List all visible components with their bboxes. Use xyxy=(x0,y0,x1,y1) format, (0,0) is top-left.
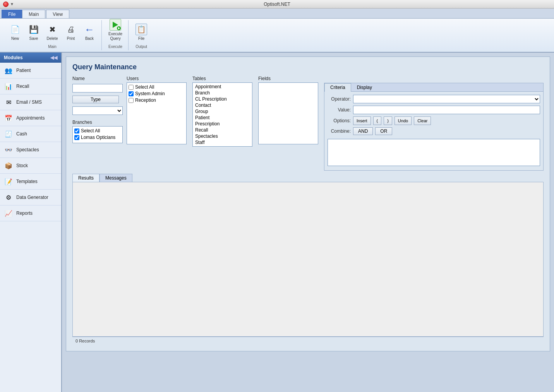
open-paren-button[interactable]: ( xyxy=(373,116,382,125)
or-button[interactable]: OR xyxy=(375,127,392,135)
execute-icon xyxy=(109,19,122,31)
ribbon-group-output: 📋 File Output xyxy=(129,20,153,50)
users-label: Users xyxy=(127,76,189,81)
sidebar-reports-label: Reports xyxy=(16,211,33,216)
sidebar-stock-label: Stock xyxy=(16,163,28,168)
type-button[interactable]: Type xyxy=(72,96,119,103)
criteria-tab-bar: Criteria Display xyxy=(324,83,543,92)
criteria-section: Criteria Display Operator: Val xyxy=(324,76,544,171)
ribbon-toolbar: 📄 New 💾 Save ✖ Delete 🖨 Print ← Back Mai… xyxy=(0,19,554,53)
user-select-all-checkbox[interactable] xyxy=(129,85,134,90)
sidebar-item-reports[interactable]: 📈 Reports xyxy=(0,205,61,221)
cash-icon: 🧾 xyxy=(4,129,13,139)
sidebar-collapse-button[interactable]: ◀◀ xyxy=(50,55,57,60)
close-paren-button[interactable]: ) xyxy=(384,116,392,125)
new-label: New xyxy=(11,36,19,41)
app-body: Modules ◀◀ 👥 Patient 📊 Recall ✉ Email / … xyxy=(0,53,554,392)
results-body xyxy=(72,182,544,337)
spectacles-icon: 👓 xyxy=(4,145,13,154)
print-label: Print xyxy=(67,36,75,41)
and-button[interactable]: AND xyxy=(353,127,373,135)
undo-button[interactable]: Undo xyxy=(394,116,412,125)
tables-list: Appointment Branch CL Prescription Conta… xyxy=(194,84,251,146)
back-icon: ← xyxy=(83,23,96,36)
operator-select[interactable] xyxy=(353,95,540,103)
clear-button[interactable]: Clear xyxy=(414,116,431,125)
sidebar-item-data-generator[interactable]: ⚙ Data Generator xyxy=(0,190,61,205)
table-item[interactable]: Appointment xyxy=(194,84,251,90)
table-item[interactable]: Branch xyxy=(194,90,251,96)
type-dropdown[interactable] xyxy=(72,106,123,115)
sidebar-templates-label: Templates xyxy=(16,179,38,184)
table-item[interactable]: CL Prescription xyxy=(194,96,251,102)
table-item[interactable]: Patient xyxy=(194,115,251,121)
back-button[interactable]: ← Back xyxy=(81,21,98,43)
user-system-admin-label: System Admin xyxy=(135,91,165,96)
window-close-button[interactable] xyxy=(3,2,9,7)
ribbon-output-buttons: 📋 File xyxy=(132,21,150,43)
ribbon-group-main: 📄 New 💾 Save ✖ Delete 🖨 Print ← Back Mai… xyxy=(3,20,102,50)
data-generator-icon: ⚙ xyxy=(4,193,13,202)
user-reception-checkbox[interactable] xyxy=(129,98,134,103)
criteria-body: Operator: Value: Options: xyxy=(324,92,543,170)
sidebar-item-spectacles[interactable]: 👓 Spectacles xyxy=(0,142,61,158)
table-item[interactable]: Contact xyxy=(194,102,251,108)
tab-messages[interactable]: Messages xyxy=(99,174,132,182)
reports-icon: 📈 xyxy=(4,209,13,218)
combine-label: Combine: xyxy=(328,128,351,134)
results-tab-bar: Results Messages xyxy=(72,174,544,182)
table-item[interactable]: Staff xyxy=(194,139,251,146)
file-output-icon: 📋 xyxy=(135,23,148,36)
branch-lomas-row: Lomas Opticians xyxy=(74,135,121,140)
criteria-panel: Criteria Display Operator: Val xyxy=(324,83,544,171)
user-system-admin-checkbox[interactable] xyxy=(129,91,134,96)
sidebar-recall-label: Recall xyxy=(16,84,29,89)
save-button[interactable]: 💾 Save xyxy=(25,21,43,43)
operator-row: Operator: xyxy=(328,95,540,103)
tab-view[interactable]: View xyxy=(46,10,69,18)
app-title: Optisoft.NET xyxy=(264,2,290,7)
branch-select-all-checkbox[interactable] xyxy=(74,128,79,134)
sidebar-item-email-sms[interactable]: ✉ Email / SMS xyxy=(0,94,61,110)
tab-results[interactable]: Results xyxy=(72,174,99,182)
new-icon: 📄 xyxy=(9,23,21,36)
delete-button[interactable]: ✖ Delete xyxy=(43,21,61,43)
query-title: Query Maintenance xyxy=(72,63,544,71)
table-item[interactable]: Spectacles xyxy=(194,133,251,139)
main-content: Query Maintenance Name Type Branches xyxy=(62,53,554,392)
criteria-textarea[interactable] xyxy=(328,139,540,166)
sidebar-item-patient[interactable]: 👥 Patient xyxy=(0,63,61,79)
user-reception-label: Reception xyxy=(135,98,156,103)
new-button[interactable]: 📄 New xyxy=(6,21,24,43)
sidebar-item-appointments[interactable]: 📅 Appointments xyxy=(0,110,61,126)
value-input[interactable] xyxy=(353,106,540,114)
sidebar-data-generator-label: Data Generator xyxy=(16,195,48,200)
sidebar-appointments-label: Appointments xyxy=(16,115,45,121)
sidebar-spectacles-label: Spectacles xyxy=(16,147,39,152)
tab-criteria[interactable]: Criteria xyxy=(324,83,351,92)
execute-query-button[interactable]: ExecuteQuery xyxy=(106,17,125,43)
branches-section: Branches Select All Lomas Opticians xyxy=(72,120,123,143)
tab-file[interactable]: File xyxy=(2,10,22,18)
name-input[interactable] xyxy=(72,84,123,92)
tab-main[interactable]: Main xyxy=(22,10,45,18)
table-item[interactable]: Prescription xyxy=(194,121,251,127)
file-output-button[interactable]: 📋 File xyxy=(132,21,150,43)
name-label: Name xyxy=(72,76,123,81)
table-item[interactable]: Group xyxy=(194,108,251,115)
sidebar-item-cash[interactable]: 🧾 Cash xyxy=(0,126,61,142)
ribbon-tab-bar: File Main View xyxy=(0,9,554,19)
sidebar-header: Modules ◀◀ xyxy=(0,53,61,63)
table-item[interactable]: Recall xyxy=(194,127,251,133)
print-button[interactable]: 🖨 Print xyxy=(62,21,80,43)
insert-button[interactable]: Insert xyxy=(353,116,371,125)
sidebar-item-recall[interactable]: 📊 Recall xyxy=(0,79,61,94)
name-type-branches-area: Name Type Branches Select All xyxy=(72,76,123,171)
tab-display[interactable]: Display xyxy=(351,83,378,91)
window-menu-icon[interactable]: ▼ xyxy=(10,2,14,6)
branch-lomas-checkbox[interactable] xyxy=(74,135,79,140)
sidebar-item-stock[interactable]: 📦 Stock xyxy=(0,158,61,174)
sidebar-item-templates[interactable]: 📝 Templates xyxy=(0,174,61,190)
branch-select-all-label: Select All xyxy=(81,128,100,134)
patient-icon: 👥 xyxy=(4,66,13,75)
